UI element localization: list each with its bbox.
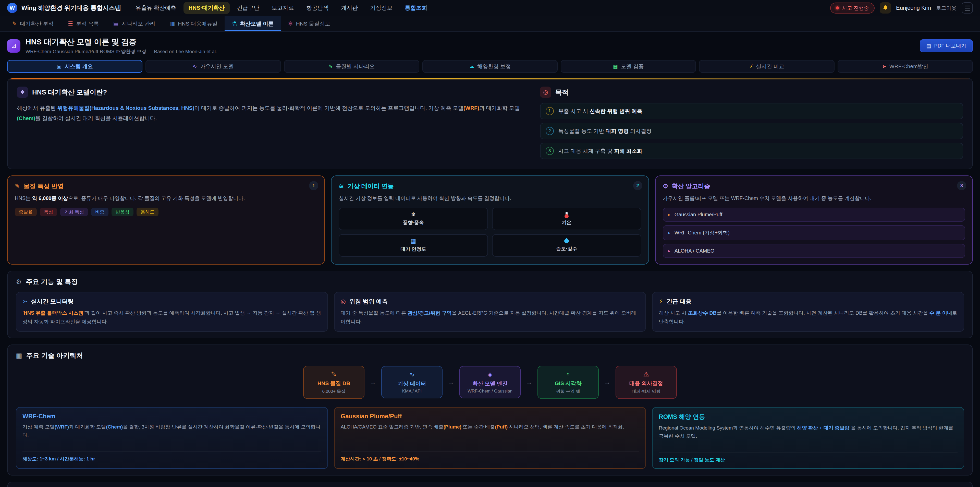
tab-marine-correction[interactable]: ☁해양환경 보정 bbox=[422, 60, 558, 73]
tab-system-overview[interactable]: ▣시스템 개요 bbox=[7, 60, 142, 73]
topbar: W Wing 해양환경 위기대응 통합시스템 유출유 확산예측 HNS·대기확산… bbox=[0, 0, 980, 16]
architecture-icon: ▥ bbox=[16, 352, 22, 359]
curve-icon: ∿ bbox=[192, 63, 197, 69]
subnav-hns-manual[interactable]: ▥HNS 대응매뉴얼 bbox=[162, 16, 225, 31]
weather-cell: ▦대기 안정도 bbox=[339, 234, 488, 257]
thermometer-icon bbox=[566, 212, 568, 217]
tag: 반응성 bbox=[111, 208, 134, 216]
weather-cell: ❄풍향·풍속 bbox=[339, 208, 488, 230]
nav-emergency-rescue[interactable]: 긴급구난 bbox=[232, 2, 264, 14]
book-icon: ▥ bbox=[170, 21, 175, 27]
app-root: W Wing 해양환경 위기대응 통합시스템 유출유 확산예측 HNS·대기확산… bbox=[0, 0, 980, 487]
card-text: HNS는 약 6,000종 이상으로, 종류가 매우 다양합니다. 각 물질의 … bbox=[15, 194, 317, 203]
cloud-icon: ☁ bbox=[469, 63, 474, 69]
tag: 증발율 bbox=[15, 208, 37, 216]
nav-hns-atmospheric[interactable]: HNS·대기확산 bbox=[183, 2, 230, 14]
target-icon: ◎ bbox=[540, 86, 551, 98]
user-name: Eunjeong Kim bbox=[896, 5, 931, 11]
molecule-icon: ❖ bbox=[17, 86, 28, 98]
subnav-analysis[interactable]: ✎대기확산 분석 bbox=[5, 16, 61, 31]
card-weather-data: ≋기상 데이터 연동 2 실시간 기상 정보를 입력 데이터로 사용하여 확산 … bbox=[331, 176, 649, 265]
notification-bell-icon[interactable] bbox=[880, 2, 891, 14]
subnav-analysis-list[interactable]: ☰분석 목록 bbox=[61, 16, 106, 31]
feature-risk-range-prediction: ◎위험 범위 예측 대기 중 독성물질 농도에 따른 관심/경고/위험 구역을 … bbox=[334, 292, 646, 332]
bullet-icon: ▸ bbox=[668, 212, 670, 217]
model-card-gaussian: Gaussian Plume/Puff ALOHA/CAMEO 표준 알고리즘 … bbox=[334, 407, 646, 469]
step-number-badge: 3 bbox=[957, 181, 966, 190]
flow-arrow-icon: → bbox=[448, 378, 454, 386]
list-icon: ☰ bbox=[68, 21, 73, 27]
weather-cell: 기온 bbox=[492, 208, 641, 230]
wind-icon: ≋ bbox=[339, 183, 344, 190]
purpose-title: 목적 bbox=[555, 88, 569, 97]
tab-model-validation[interactable]: ▦모델 검증 bbox=[561, 60, 696, 73]
architecture-title: 주요 기술 아키텍처 bbox=[26, 351, 83, 360]
purpose-item: 2 독성물질 농도 기반 대피 명령 의사결정 bbox=[540, 123, 963, 139]
rocket-icon: ➤ bbox=[882, 63, 886, 69]
weather-grid: ❄풍향·풍속 기온 ▦대기 안정도 습도·강수 bbox=[339, 208, 641, 257]
flow-node-model-engine: ◈확산 모델 엔진WRF-Chem / Gaussian bbox=[460, 366, 520, 398]
brand: W Wing 해양환경 위기대응 통합시스템 bbox=[7, 3, 121, 13]
property-tags: 증발율 독성 기화 특성 비중 반응성 용해도 bbox=[15, 208, 317, 216]
intro-paragraph: 해상에서 유출된 위험유해물질(Hazardous & Noxious Subs… bbox=[17, 103, 525, 123]
flask-icon: ⚗ bbox=[232, 21, 237, 27]
flow-arrow-icon: → bbox=[526, 378, 532, 386]
number-badge: 2 bbox=[546, 127, 554, 135]
nav-oil-diffusion[interactable]: 유출유 확산예측 bbox=[130, 2, 181, 14]
incident-status-badge[interactable]: 사고 진행중 bbox=[830, 3, 875, 14]
algorithm-item: ▸WRF-Chem (기상+화학) bbox=[663, 225, 965, 240]
brand-text: Wing 해양환경 위기대응 통합시스템 bbox=[21, 4, 121, 12]
nav-reports[interactable]: 보고자료 bbox=[266, 2, 299, 14]
tab-gaussian-model[interactable]: ∿가우시안 모델 bbox=[145, 60, 281, 73]
subnav: ✎대기확산 분석 ☰분석 목록 ▤시나리오 관리 ▥HNS 대응매뉴얼 ⚗확산모… bbox=[0, 16, 980, 32]
card-diffusion-algorithm: ⚙확산 알고리즘 3 가우시안 플룸/퍼프 모델 또는 WRF-Chem 수치 … bbox=[655, 176, 973, 265]
incident-dot-icon bbox=[836, 6, 839, 10]
bullet-icon: ▸ bbox=[668, 230, 670, 235]
nav-weather-info[interactable]: 기상정보 bbox=[365, 2, 398, 14]
feature-emergency-response: ⚡긴급 대응 해상 사고 시 조화상수 DB를 이용한 빠른 예측 기술을 포함… bbox=[652, 292, 964, 332]
page-header: ⊿ HNS 대기확산 모델 이론 및 검증 WRF-Chem·Gaussian … bbox=[0, 32, 980, 59]
wing-strategy-panel: ▤ WING 시스템 적용 전략 현재 구현 ✎ HNS DB 연동 CHRIS… bbox=[7, 482, 973, 487]
card-substance-properties: ✎물질 특성 반영 1 HNS는 약 6,000종 이상으로, 종류가 매우 다… bbox=[7, 176, 325, 265]
architecture-flow: ✎HNS 물질 DB6,000+ 물질 → ∿기상 데이터KMA / API →… bbox=[16, 366, 964, 399]
tab-substance-scenarios[interactable]: ✎물질별 시나리오 bbox=[284, 60, 419, 73]
target-icon: ◎ bbox=[341, 298, 346, 305]
wave-icon: ∿ bbox=[409, 370, 415, 378]
subnav-hns-substance-info[interactable]: ⚛HNS 물질정보 bbox=[281, 16, 337, 31]
page-subtitle: WRF-Chem·Gaussian Plume/Puff·ROMS·해양환경 보… bbox=[25, 48, 217, 55]
document-icon: ▤ bbox=[926, 43, 931, 49]
nav-integrated-search[interactable]: 통합조회 bbox=[400, 2, 432, 14]
tag: 기화 특성 bbox=[60, 208, 88, 216]
tab-wrf-chem-evolution[interactable]: ➤WRF-Chem발전 bbox=[838, 60, 973, 73]
logout-link[interactable]: 로그아웃 bbox=[936, 5, 956, 11]
architecture-panel: ▥주요 기술 아키텍처 ✎HNS 물질 DB6,000+ 물질 → ∿기상 데이… bbox=[7, 345, 973, 476]
card-text: 가우시안 플룸/퍼프 모델 또는 WRF-Chem 수치 모델을 사용하여 대기… bbox=[663, 194, 965, 203]
pencil-icon: ✎ bbox=[331, 370, 337, 378]
step-number-badge: 2 bbox=[633, 181, 642, 190]
subnav-scenario-management[interactable]: ▤시나리오 관리 bbox=[106, 16, 162, 31]
tag: 독성 bbox=[40, 208, 57, 216]
nav-board[interactable]: 게시판 bbox=[336, 2, 363, 14]
purpose-item: 3 사고 대응 체계 구축 및 피해 최소화 bbox=[540, 143, 963, 159]
pencil-icon: ✎ bbox=[15, 183, 20, 190]
algorithm-item: ▸Gaussian Plume/Puff bbox=[663, 208, 965, 222]
section-tabs: ▣시스템 개요 ∿가우시안 모델 ✎물질별 시나리오 ☁해양환경 보정 ▦모델 … bbox=[7, 60, 973, 73]
nav-aerial-search[interactable]: 항공탐색 bbox=[301, 2, 334, 14]
model-card-wrf-chem: WRF-Chem 기상 예측 모델(WRF)과 대기화학 모델(Chem)을 결… bbox=[16, 407, 328, 469]
siren-icon: ⚠ bbox=[643, 370, 649, 378]
pdf-export-button[interactable]: ▤ PDF 내보내기 bbox=[920, 39, 973, 52]
intro-panel: ❖ HNS 대기확산 모델이란? 해상에서 유출된 위험유해물질(Hazardo… bbox=[7, 78, 973, 169]
flow-arrow-icon: → bbox=[604, 378, 611, 386]
page-title: HNS 대기확산 모델 이론 및 검증 bbox=[25, 37, 217, 47]
menu-icon[interactable] bbox=[962, 2, 973, 14]
gear-icon: ⚙ bbox=[16, 278, 22, 286]
flow-node-weather-data: ∿기상 데이터KMA / API bbox=[381, 366, 442, 398]
tab-realtime-comparison[interactable]: ⚡실시간 비교 bbox=[699, 60, 834, 73]
flow-node-decision: ⚠대응 의사결정대피·방제 명령 bbox=[616, 366, 677, 399]
grid-check-icon: ▦ bbox=[613, 63, 618, 69]
feature-realtime-monitoring: ➢실시간 모니터링 'HNS 유출 블랙박스 시스템'과 같이 사고 즉시 확산… bbox=[16, 292, 328, 332]
lightning-icon: ⚡ bbox=[749, 63, 753, 69]
subnav-model-theory[interactable]: ⚗확산모델 이론 bbox=[224, 16, 281, 31]
wind-speed-icon: ❄ bbox=[411, 212, 415, 217]
features-panel: ⚙주요 기능 및 특징 ➢실시간 모니터링 'HNS 유출 블랙박스 시스템'과… bbox=[7, 271, 973, 339]
